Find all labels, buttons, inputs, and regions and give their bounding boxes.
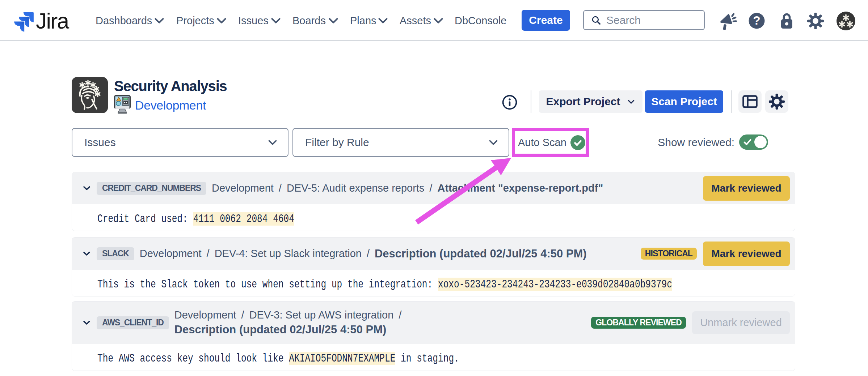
- svg-text:?: ?: [753, 14, 760, 27]
